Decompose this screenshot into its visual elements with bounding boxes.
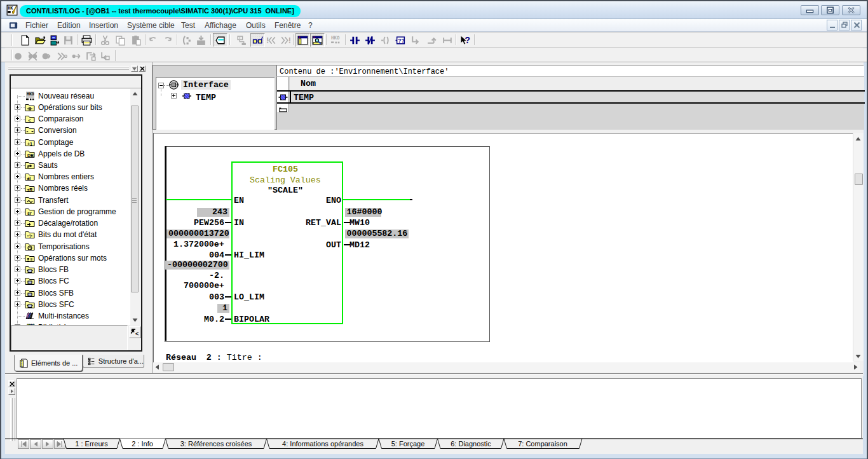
expand-icon[interactable] <box>15 174 20 179</box>
catalog-close-button[interactable] <box>139 65 146 72</box>
catalog-item[interactable]: Opérations sur bits <box>11 102 130 113</box>
catalog-item[interactable]: Temporisations <box>11 241 130 252</box>
minimize-button[interactable] <box>801 5 819 15</box>
expand-icon[interactable] <box>15 162 20 168</box>
catalog-item[interactable]: Gestion de programme <box>11 206 130 217</box>
download-button[interactable] <box>194 33 208 47</box>
maximize-button[interactable] <box>821 5 839 15</box>
call-structure-button[interactable] <box>179 33 194 47</box>
menu-item[interactable]: Affichage <box>205 20 236 31</box>
expand-icon[interactable] <box>15 185 20 191</box>
cut-button[interactable] <box>98 33 112 47</box>
catalog-item[interactable]: Opérations sur mots <box>11 252 130 264</box>
close-branch-button[interactable] <box>424 33 439 47</box>
monitor-net-button[interactable] <box>234 33 249 47</box>
catalog-gripper[interactable] <box>8 66 129 67</box>
expand-icon[interactable] <box>15 278 20 284</box>
expand-icon[interactable] <box>15 104 20 110</box>
menu-item[interactable]: Insertion <box>89 20 118 31</box>
catalog-item[interactable]: Appels de DB <box>11 148 130 160</box>
scroll-down-icon[interactable] <box>853 352 863 361</box>
expand-icon[interactable] <box>15 231 20 237</box>
temp-node[interactable]: TEMP <box>196 93 216 102</box>
table-row-temp[interactable]: TEMP <box>290 92 864 102</box>
goto-next-button[interactable] <box>278 33 292 47</box>
paste-button[interactable] <box>129 33 144 47</box>
expand-icon[interactable] <box>15 209 20 214</box>
tab-structure-appel[interactable]: Structure d'a... <box>83 355 144 368</box>
vertical-scrollbar[interactable] <box>853 133 864 361</box>
scroll-up-icon[interactable] <box>130 89 140 99</box>
interface-node[interactable]: Interface <box>181 80 231 90</box>
catalog-item[interactable]: Sauts <box>11 160 130 171</box>
menu-item[interactable]: Test <box>181 20 195 31</box>
catalog-item[interactable]: Nombres entiers <box>11 171 130 182</box>
bp-delete-button[interactable] <box>25 49 40 63</box>
catalog-item[interactable]: Blocs SFC <box>11 299 130 310</box>
lad-editor[interactable]: FC105 Scaling Values "SCALE" EN ENO IN R… <box>153 133 853 362</box>
glasses-button[interactable] <box>250 33 265 47</box>
expand-icon[interactable] <box>15 324 20 325</box>
scroll-left-icon[interactable] <box>154 364 160 370</box>
open-branch-button[interactable] <box>408 33 423 47</box>
catalog-item[interactable]: Blocs SFB <box>11 287 130 299</box>
expand-icon[interactable] <box>15 266 20 272</box>
bp-stepout-button[interactable] <box>98 49 112 63</box>
rung-end-button[interactable] <box>440 33 455 47</box>
catalog-item[interactable]: Blocs FB <box>11 264 130 275</box>
help-arrow-button[interactable] <box>458 33 472 47</box>
output-content[interactable] <box>17 378 862 439</box>
expand-icon[interactable] <box>15 127 20 133</box>
expand-icon[interactable] <box>15 220 20 226</box>
open-online-button[interactable] <box>48 33 62 47</box>
bp-exec-button[interactable] <box>84 49 98 63</box>
expand-icon[interactable] <box>15 116 20 121</box>
catalog-item[interactable]: Bits du mot d'état <box>11 229 130 240</box>
bp-next-button[interactable] <box>55 49 69 63</box>
scrollbar-thumb[interactable] <box>163 363 174 371</box>
expand-icon[interactable] <box>15 139 20 145</box>
catalog-insert-button[interactable]: < <box>129 326 141 338</box>
goto-prev-button[interactable] <box>264 33 279 47</box>
mdi-minimize-button[interactable] <box>827 20 837 31</box>
close-button[interactable] <box>842 5 860 15</box>
menu-item[interactable]: ? <box>308 20 313 31</box>
expand-icon[interactable] <box>15 290 20 296</box>
menu-item[interactable]: Outils <box>246 20 266 31</box>
column-header-nom[interactable]: Nom <box>290 77 864 90</box>
expand-icon[interactable] <box>15 243 20 249</box>
output-expand-button[interactable] <box>8 388 15 395</box>
bp-active-button[interactable] <box>39 49 54 63</box>
print-button[interactable] <box>79 33 94 47</box>
tree-expand-toggle[interactable] <box>171 93 177 99</box>
catalog-item[interactable]: Multi-instances <box>11 310 130 322</box>
redo-button[interactable] <box>160 33 175 47</box>
catalog-item[interactable]: Conversion <box>11 125 130 136</box>
catalog-item[interactable]: Comparaison <box>11 113 130 125</box>
catalog-button[interactable] <box>295 33 310 47</box>
catalog-item[interactable]: Nombres réels <box>11 182 130 194</box>
catalog-item[interactable]: Comptage <box>11 137 130 148</box>
expand-icon[interactable] <box>15 301 20 307</box>
scroll-up-icon[interactable] <box>853 134 863 144</box>
catalog-scrollbar[interactable] <box>130 89 140 325</box>
catalog-item[interactable]: Blocs FC <box>11 275 130 287</box>
overview-button[interactable] <box>310 33 325 47</box>
expand-icon[interactable] <box>15 151 20 156</box>
scrollbar-thumb[interactable] <box>131 106 139 292</box>
scroll-right-icon[interactable] <box>853 364 858 370</box>
open-button[interactable] <box>33 33 48 47</box>
toolbar-gripper[interactable] <box>11 34 13 46</box>
save-button[interactable] <box>61 33 76 47</box>
menu-item[interactable]: Fenêtre <box>275 20 301 31</box>
mdi-document-icon[interactable] <box>9 22 18 29</box>
bp-continue-button[interactable] <box>69 49 84 63</box>
tab-elements-de[interactable]: Eléments de ... <box>14 355 83 371</box>
contact-nc-button[interactable] <box>363 33 377 47</box>
catalog-menu-button[interactable] <box>131 65 138 72</box>
bp-set-button[interactable] <box>11 49 25 63</box>
expand-icon[interactable] <box>15 197 20 203</box>
coil-button[interactable] <box>379 33 393 47</box>
scrollbar-thumb[interactable] <box>855 174 863 185</box>
menu-item[interactable]: Système cible <box>127 20 175 31</box>
